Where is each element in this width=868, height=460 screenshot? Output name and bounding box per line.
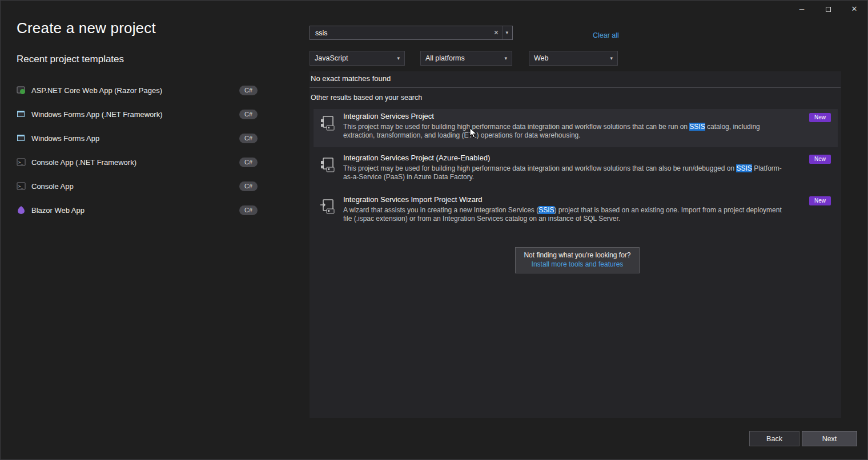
result-title: Integration Services Project — [343, 112, 783, 120]
search-match-highlight: SSIS — [736, 164, 752, 172]
recent-template-list: ASP.NET Core Web App (Razor Pages) C# Wi… — [17, 78, 258, 222]
minimize-icon: ─ — [799, 5, 805, 13]
platform-filter-value: All platforms — [425, 54, 500, 62]
search-dropdown-chevron-icon[interactable]: ▾ — [503, 26, 512, 39]
recent-item-winforms[interactable]: Windows Forms App C# — [17, 126, 258, 150]
desc-text: This project may be used for building hi… — [343, 123, 689, 131]
desc-text: A wizard that assists you in creating a … — [343, 206, 539, 214]
close-icon: ✕ — [851, 5, 858, 13]
console-app-icon: >_ — [17, 158, 26, 167]
page-title: Create a new project — [17, 19, 156, 37]
new-badge: New — [809, 113, 831, 122]
results-panel: No exact matches found Other results bas… — [310, 71, 841, 418]
desc-text: This project may be used for building hi… — [343, 164, 736, 172]
recent-item-aspnet-core-web-app[interactable]: ASP.NET Core Web App (Razor Pages) C# — [17, 78, 258, 102]
template-label: Console App — [31, 182, 74, 191]
close-button[interactable]: ✕ — [841, 1, 867, 18]
console-app-icon: >_ — [17, 181, 26, 191]
search-match-highlight: SSIS — [539, 206, 554, 214]
recent-item-console[interactable]: >_ Console App C# — [17, 174, 258, 198]
result-item-integration-services-import-wizard[interactable]: Integration Services Import Project Wiza… — [314, 192, 838, 231]
other-results-header: Other results based on your search — [311, 94, 422, 102]
csharp-badge: C# — [239, 181, 258, 191]
csharp-badge: C# — [239, 110, 258, 119]
aspnet-core-web-app-icon — [17, 86, 26, 95]
maximize-icon — [826, 7, 831, 12]
language-filter-dropdown[interactable]: JavaScript ▾ — [310, 51, 405, 66]
no-exact-matches-text: No exact matches found — [311, 74, 391, 83]
chevron-down-icon: ▾ — [397, 55, 400, 61]
back-button[interactable]: Back — [749, 431, 799, 446]
chevron-down-icon: ▾ — [504, 55, 507, 61]
project-type-filter-value: Web — [534, 54, 605, 62]
new-badge: New — [809, 196, 831, 205]
svg-text:>_: >_ — [18, 160, 23, 165]
platform-filter-dropdown[interactable]: All platforms ▾ — [420, 51, 512, 66]
windows-forms-icon — [17, 110, 26, 119]
result-description: A wizard that assists you in creating a … — [343, 206, 783, 223]
next-button[interactable]: Next — [802, 431, 857, 446]
csharp-badge: C# — [239, 205, 258, 215]
result-item-integration-services-project-azure[interactable]: Integration Services Project (Azure-Enab… — [314, 151, 838, 189]
not-finding-text: Not finding what you're looking for? — [516, 251, 639, 259]
titlebar: ─ ✕ — [1, 1, 867, 18]
maximize-button[interactable] — [815, 1, 841, 18]
windows-forms-icon — [17, 134, 26, 143]
project-type-filter-dropdown[interactable]: Web ▾ — [529, 51, 618, 66]
csharp-badge: C# — [239, 86, 258, 95]
search-match-highlight: SSIS — [689, 123, 705, 131]
csharp-badge: C# — [239, 134, 258, 143]
search-input[interactable] — [310, 29, 489, 37]
minimize-button[interactable]: ─ — [789, 1, 815, 18]
search-box: ✕ ▾ — [310, 26, 513, 40]
create-project-dialog: ─ ✕ Create a new project Recent project … — [0, 0, 868, 460]
install-tools-link[interactable]: Install more tools and features — [516, 260, 639, 268]
clear-all-link[interactable]: Clear all — [593, 31, 619, 39]
template-label: Windows Forms App (.NET Framework) — [31, 110, 162, 119]
csharp-badge: C# — [239, 158, 258, 167]
result-description: This project may be used for building hi… — [343, 164, 783, 181]
clear-search-icon[interactable]: ✕ — [489, 29, 503, 37]
result-list: Integration Services Project This projec… — [314, 109, 838, 234]
mouse-cursor — [469, 127, 479, 138]
new-badge: New — [809, 155, 831, 164]
result-item-integration-services-project[interactable]: Integration Services Project This projec… — [314, 109, 838, 147]
svg-text:>_: >_ — [18, 184, 23, 189]
integration-services-project-icon — [319, 115, 336, 132]
integration-services-azure-icon — [319, 156, 336, 173]
integration-services-import-wizard-icon — [319, 198, 336, 215]
recent-item-blazor-web-app[interactable]: Blazor Web App C# — [17, 198, 258, 222]
result-title: Integration Services Import Project Wiza… — [343, 195, 783, 204]
template-label: ASP.NET Core Web App (Razor Pages) — [31, 86, 162, 95]
template-label: Console App (.NET Framework) — [31, 158, 136, 167]
not-finding-box: Not finding what you're looking for? Ins… — [515, 247, 640, 273]
recent-templates-header: Recent project templates — [17, 54, 124, 65]
recent-item-winforms-netfx[interactable]: Windows Forms App (.NET Framework) C# — [17, 102, 258, 126]
recent-item-console-netfx[interactable]: >_ Console App (.NET Framework) C# — [17, 150, 258, 174]
template-label: Blazor Web App — [31, 206, 85, 215]
template-label: Windows Forms App — [31, 134, 99, 143]
language-filter-value: JavaScript — [315, 54, 392, 62]
chevron-down-icon: ▾ — [610, 55, 613, 61]
result-title: Integration Services Project (Azure-Enab… — [343, 154, 783, 162]
blazor-icon — [17, 205, 26, 215]
divider — [310, 87, 841, 88]
result-description: This project may be used for building hi… — [343, 123, 783, 140]
